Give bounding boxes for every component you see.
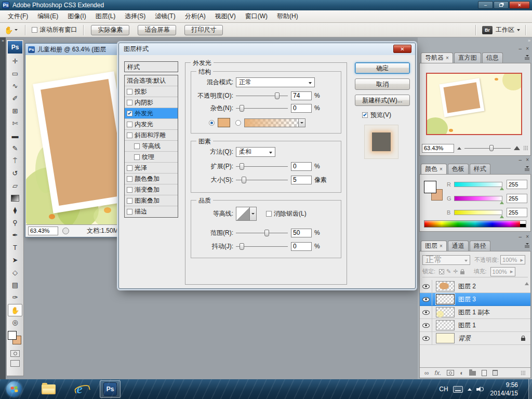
jitter-slider[interactable] <box>236 243 288 250</box>
type-tool[interactable]: T <box>8 242 22 254</box>
contour-picker[interactable] <box>236 207 250 221</box>
brush-tool[interactable]: ✎ <box>8 142 22 155</box>
glow-color-swatch[interactable] <box>218 118 230 127</box>
path-selection-tool[interactable]: ➤ <box>8 254 22 267</box>
slider-thumb-icon[interactable] <box>500 201 504 204</box>
lock-image-icon[interactable]: ✎ <box>446 268 451 275</box>
zoom-out-icon[interactable] <box>457 147 461 150</box>
photoshop-taskbar-button[interactable]: Ps <box>100 380 121 398</box>
panel-menu-icon[interactable] <box>525 55 529 60</box>
gradient-tool[interactable] <box>11 195 19 202</box>
menu-analysis[interactable]: 分析(A) <box>180 10 210 22</box>
new-style-button[interactable]: 新建样式(W)... <box>355 95 410 106</box>
slice-tool[interactable]: ✄ <box>8 117 22 130</box>
collapse-dock-icon[interactable]: » <box>528 38 530 43</box>
history-brush-tool[interactable]: ↺ <box>8 167 22 180</box>
blur-tool[interactable]: ⧫ <box>8 204 22 217</box>
gradient-preview[interactable] <box>244 118 298 127</box>
tab-close-icon[interactable]: × <box>446 53 449 63</box>
noise-slider[interactable] <box>236 104 288 112</box>
visibility-cell[interactable] <box>420 293 432 305</box>
volume-icon[interactable] <box>476 385 484 393</box>
layer-thumbnail[interactable] <box>436 307 455 317</box>
link-layers-icon[interactable]: ∞ <box>424 369 429 377</box>
menu-view[interactable]: 视图(V) <box>210 10 241 22</box>
eye-icon[interactable] <box>422 297 430 302</box>
style-item-satin[interactable]: 光泽 <box>125 163 178 174</box>
panel-minimize-button[interactable]: – <box>519 157 522 164</box>
add-mask-icon[interactable] <box>447 370 454 376</box>
style-item-stroke[interactable]: 描边 <box>125 206 178 217</box>
language-indicator[interactable]: CH <box>439 385 448 393</box>
slider-thumb-icon[interactable] <box>500 187 504 190</box>
tab-close-icon[interactable]: × <box>440 241 443 251</box>
eye-icon[interactable] <box>422 336 430 341</box>
style-checkbox[interactable] <box>127 176 132 182</box>
visibility-cell[interactable] <box>420 280 432 292</box>
quick-select-tool[interactable]: ✐ <box>8 92 22 105</box>
preview-option[interactable]: 预览(V) <box>362 111 412 119</box>
zoom-tool[interactable]: ◎ <box>8 316 22 329</box>
style-checkbox[interactable] <box>127 100 132 105</box>
tab-channels[interactable]: 通道 <box>448 241 469 251</box>
new-group-icon[interactable] <box>469 371 476 376</box>
visibility-cell[interactable] <box>420 332 432 344</box>
screen-mode-button[interactable] <box>10 360 20 367</box>
delete-layer-icon[interactable] <box>493 370 498 376</box>
left-dock-strip[interactable]: » <box>0 37 6 379</box>
ok-button[interactable]: 确定 <box>355 62 410 74</box>
panel-menu-icon[interactable] <box>525 166 529 171</box>
navigator-zoom-slider[interactable] <box>464 145 511 151</box>
panel-menu-icon[interactable] <box>525 243 529 248</box>
style-checkbox[interactable] <box>127 89 132 95</box>
panel-minimize-button[interactable]: – <box>519 46 522 52</box>
restore-button[interactable] <box>494 1 509 9</box>
technique-select[interactable]: 柔和 <box>236 147 275 157</box>
print-size-button[interactable]: 打印尺寸 <box>184 25 223 35</box>
menu-filter[interactable]: 滤镜(T) <box>150 10 180 22</box>
red-slider[interactable] <box>454 182 502 187</box>
style-checkbox[interactable] <box>127 111 132 116</box>
visibility-cell[interactable] <box>420 319 432 331</box>
tab-histogram[interactable]: 直方图 <box>454 52 481 63</box>
style-item-inner-glow[interactable]: 内发光 <box>125 119 178 130</box>
cancel-button[interactable]: 取消 <box>355 78 410 90</box>
gradient-picker[interactable] <box>244 118 305 127</box>
style-item-color-overlay[interactable]: 颜色叠加 <box>125 174 178 184</box>
blue-value-field[interactable] <box>507 208 527 217</box>
visibility-cell[interactable] <box>420 306 432 318</box>
start-button[interactable] <box>6 381 22 397</box>
layer-name[interactable]: 图层 1 副本 <box>458 308 530 317</box>
expand-dock-icon[interactable]: » <box>2 38 4 43</box>
style-item-bevel-emboss[interactable]: 斜面和浮雕 <box>125 130 178 141</box>
marquee-tool[interactable]: ▭ <box>8 68 22 80</box>
style-checkbox[interactable] <box>127 122 132 127</box>
layer-opacity-field[interactable]: 100% ▸ <box>500 255 525 264</box>
green-value-field[interactable] <box>507 194 527 203</box>
hand-tool[interactable]: ✋ <box>8 304 22 316</box>
layer-row-3-selected[interactable]: 图层 3 <box>420 293 530 306</box>
style-item-gradient-overlay[interactable]: 渐变叠加 <box>125 184 178 195</box>
menu-edit[interactable]: 编辑(E) <box>33 10 63 22</box>
red-value-field[interactable] <box>507 180 527 189</box>
style-item-drop-shadow[interactable]: 投影 <box>125 86 178 97</box>
layer-thumbnail[interactable] <box>436 333 455 343</box>
workspace-dropdown-icon[interactable] <box>517 29 520 31</box>
style-item-inner-shadow[interactable]: 内阴影 <box>125 97 178 108</box>
gradient-radio[interactable] <box>235 120 241 126</box>
preview-checkbox[interactable] <box>362 112 368 118</box>
lock-position-icon[interactable]: ✛ <box>453 268 458 275</box>
spinner-icon[interactable]: ▸ <box>521 257 524 263</box>
tab-color[interactable]: 颜色 × <box>421 164 447 174</box>
menu-help[interactable]: 帮助(H) <box>272 10 303 22</box>
dialog-titlebar[interactable]: 图层样式 <box>119 43 415 55</box>
foreground-color-swatch[interactable] <box>424 181 436 193</box>
panel-resize-grip[interactable] <box>521 370 526 376</box>
panel-close-button[interactable]: × <box>526 46 529 52</box>
menu-image[interactable]: 图像(I) <box>63 10 90 22</box>
panel-close-button[interactable]: × <box>526 157 529 164</box>
shape-tool[interactable]: ◇ <box>8 267 22 279</box>
style-item-contour[interactable]: 等高线 <box>125 141 178 152</box>
layer-style-icon[interactable]: fx. <box>435 369 442 377</box>
gradient-dropdown-icon[interactable] <box>298 118 305 127</box>
